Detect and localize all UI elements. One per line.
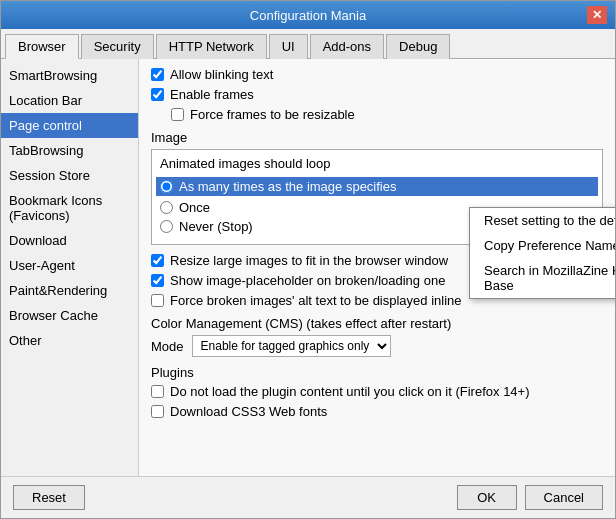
allow-blinking-row: Allow blinking text [151,67,603,82]
cancel-button[interactable]: Cancel [525,485,603,510]
resize-large-checkbox[interactable] [151,254,164,267]
content-area: SmartBrowsing Location Bar Page control … [1,59,615,476]
main-window: Configuration Mania ✕ Browser Security H… [0,0,616,519]
download-css-row: Download CSS3 Web fonts [151,404,603,419]
sidebar-item-other[interactable]: Other [1,328,138,353]
tab-http-network[interactable]: HTTP Network [156,34,267,59]
force-broken-alt-label: Force broken images' alt text to be disp… [170,293,462,308]
image-section-label: Image [151,130,603,145]
sidebar-item-bookmarkicons[interactable]: Bookmark Icons (Favicons) [1,188,138,228]
show-placeholder-label: Show image-placeholder on broken/loading… [170,273,445,288]
window-title: Configuration Mania [29,8,587,23]
ok-button[interactable]: OK [457,485,517,510]
context-menu-item-search[interactable]: Search in MozillaZine Knowledge Base [470,258,615,298]
radio-never[interactable] [160,220,173,233]
mode-label: Mode [151,339,184,354]
sidebar-item-sessionstore[interactable]: Session Store [1,163,138,188]
tab-ui[interactable]: UI [269,34,308,59]
force-broken-alt-checkbox[interactable] [151,294,164,307]
mode-row: Mode Enable for tagged graphics only Dis… [151,335,603,357]
sidebar-item-useragent[interactable]: User-Agent [1,253,138,278]
sidebar-item-smartbrowsing[interactable]: SmartBrowsing [1,63,138,88]
enable-frames-row: Enable frames [151,87,603,102]
radio-as-many-row: As many times as the image specifies [156,177,598,196]
title-bar: Configuration Mania ✕ [1,1,615,29]
no-load-plugin-row: Do not load the plugin content until you… [151,384,603,399]
main-content: Allow blinking text Enable frames Force … [139,59,615,476]
tab-addons[interactable]: Add-ons [310,34,384,59]
mode-select[interactable]: Enable for tagged graphics only Disable … [192,335,391,357]
no-load-plugin-label: Do not load the plugin content until you… [170,384,530,399]
resize-large-label: Resize large images to fit in the browse… [170,253,448,268]
context-menu-item-copy[interactable]: Copy Preference Name [470,233,615,258]
radio-once[interactable] [160,201,173,214]
download-css-checkbox[interactable] [151,405,164,418]
context-menu: Reset setting to the default value Copy … [469,207,615,299]
no-load-plugin-checkbox[interactable] [151,385,164,398]
sidebar-item-browsercache[interactable]: Browser Cache [1,303,138,328]
tab-browser[interactable]: Browser [5,34,79,59]
enable-frames-label: Enable frames [170,87,254,102]
sidebar-item-paintrendering[interactable]: Paint&Rendering [1,278,138,303]
radio-as-many[interactable] [160,180,173,193]
show-placeholder-checkbox[interactable] [151,274,164,287]
plugins-section-label: Plugins [151,365,603,380]
radio-as-many-label: As many times as the image specifies [179,179,396,194]
force-frames-checkbox[interactable] [171,108,184,121]
tab-bar: Browser Security HTTP Network UI Add-ons… [1,29,615,59]
force-frames-label: Force frames to be resizable [190,107,355,122]
allow-blinking-checkbox[interactable] [151,68,164,81]
allow-blinking-label: Allow blinking text [170,67,273,82]
radio-once-label: Once [179,200,210,215]
color-section-label: Color Management (CMS) (takes effect aft… [151,316,603,331]
sidebar-item-pagecontrol[interactable]: Page control [1,113,138,138]
download-css-label: Download CSS3 Web fonts [170,404,327,419]
radio-never-label: Never (Stop) [179,219,253,234]
right-buttons: OK Cancel [457,485,603,510]
enable-frames-checkbox[interactable] [151,88,164,101]
force-frames-row: Force frames to be resizable [171,107,603,122]
sidebar: SmartBrowsing Location Bar Page control … [1,59,139,476]
bottom-bar: Reset OK Cancel [1,476,615,518]
close-button[interactable]: ✕ [587,6,607,24]
tab-debug[interactable]: Debug [386,34,450,59]
group-title: Animated images should loop [160,156,594,171]
reset-button[interactable]: Reset [13,485,85,510]
sidebar-item-download[interactable]: Download [1,228,138,253]
tab-security[interactable]: Security [81,34,154,59]
context-menu-item-reset[interactable]: Reset setting to the default value [470,208,615,233]
sidebar-item-tabbrowsing[interactable]: TabBrowsing [1,138,138,163]
sidebar-item-locationbar[interactable]: Location Bar [1,88,138,113]
